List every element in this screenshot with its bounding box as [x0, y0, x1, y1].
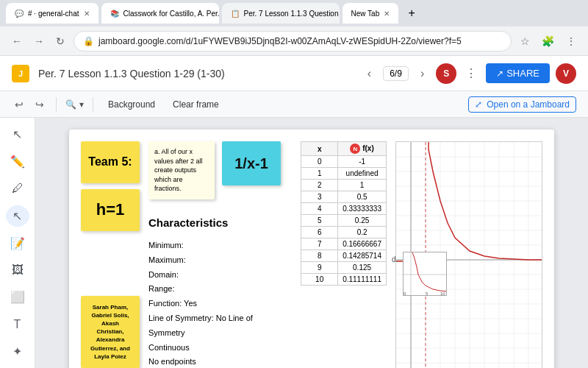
- table-cell-fx: 0.33333333: [338, 203, 387, 215]
- char-title: Characteristics: [148, 213, 289, 233]
- char-symmetry: Line of Symmetry: No Line of Symmetry: [148, 311, 289, 341]
- tab-close-1[interactable]: ✕: [84, 10, 90, 18]
- extensions-button[interactable]: 🧩: [539, 32, 557, 50]
- reload-button[interactable]: ↻: [53, 32, 68, 50]
- table-cell-x: 5: [301, 215, 338, 227]
- names-sticky[interactable]: Sarah Pham, Gabriel Solis, Akash Christi…: [81, 296, 140, 368]
- inset-graph-label: d.: [392, 255, 398, 263]
- table-row: 30.5: [301, 191, 387, 203]
- header-icons: S ⋮ ↗ SHARE V: [436, 63, 576, 84]
- marker-tool-icon[interactable]: 🖊: [6, 178, 29, 199]
- inset-graph: 0 5 10: [403, 252, 447, 296]
- new-tab-button[interactable]: +: [401, 3, 422, 24]
- separator-1: [56, 97, 57, 112]
- cursor-tool-icon[interactable]: ↖: [6, 205, 29, 227]
- svg-text:5: 5: [426, 291, 429, 296]
- table-cell-fx: 0.11111111: [338, 274, 387, 286]
- graph-section: d. 0 5 10: [395, 141, 542, 368]
- table-cell-x: 6: [301, 227, 338, 238]
- zoom-control[interactable]: 🔍 ▾: [65, 99, 84, 110]
- undo-button[interactable]: ↩: [12, 96, 26, 113]
- jamboard-frame: Team 5: h=1 Sarah Pham, Gabriel Solis, A…: [69, 130, 554, 368]
- table-cell-x: 7: [301, 238, 338, 250]
- characteristics-section: Characteristics Minimum: Maximum: Domain…: [148, 213, 289, 368]
- left-sidebar: ↖ ✏️ 🖊 ↖ 📝 🖼 ⬜ T ✦: [0, 118, 35, 368]
- shape-tool-icon[interactable]: ⬜: [6, 286, 29, 308]
- separator-2: [93, 97, 93, 112]
- table-row: 1undefined: [301, 168, 387, 180]
- char-maximum: Maximum:: [148, 253, 289, 268]
- next-page-button[interactable]: ›: [417, 64, 427, 83]
- bookmark-button[interactable]: ☆: [517, 32, 533, 50]
- address-bar[interactable]: 🔒 jamboard.google.com/d/1uFYWEVB9iJ5Djnq…: [74, 31, 512, 52]
- cream-note-sticky[interactable]: a. All of our x values after 2 all creat…: [148, 141, 215, 199]
- page-indicator: 6/9: [383, 66, 409, 81]
- svg-text:0: 0: [404, 291, 406, 296]
- browser-controls: ← → ↻ 🔒 jamboard.google.com/d/1uFYWEVB9i…: [0, 26, 588, 56]
- function-sticky[interactable]: 1/x-1: [222, 141, 281, 185]
- user-avatar-red: S: [436, 63, 456, 84]
- tab-newtab[interactable]: New Tab ✕: [343, 3, 399, 24]
- char-no-endpoints: No endpoints: [148, 355, 289, 368]
- tab-close-4[interactable]: ✕: [384, 10, 390, 18]
- table-row: 0-1: [301, 156, 387, 168]
- table-row: 60.2: [301, 227, 387, 238]
- table-row: 70.16666667: [301, 238, 387, 250]
- open-icon: ⤢: [475, 99, 482, 110]
- h-sticky[interactable]: h=1: [81, 189, 140, 231]
- text-tool-icon[interactable]: T: [6, 314, 29, 335]
- user-avatar-main: V: [556, 63, 576, 84]
- col-x-header: x: [301, 142, 338, 156]
- char-minimum: Minimum:: [148, 238, 289, 253]
- tab-classwork[interactable]: 📚 Classwork for Castillo, A. Per. 7 ✕: [101, 3, 219, 24]
- tab-lesson[interactable]: 📋 Per. 7 Lesson 1.1.3 Question 1-... ✕: [222, 3, 340, 24]
- data-table-section: x N f(x) 0-11undefined2130.540.333333335…: [301, 141, 387, 368]
- background-button[interactable]: Background: [102, 96, 161, 113]
- table-row: 40.33333333: [301, 203, 387, 215]
- app-header: J Per. 7 Lesson 1.1.3 Question 1-29 (1-3…: [0, 56, 588, 91]
- open-on-jamboard-button[interactable]: ⤢ Open on a Jamboard: [468, 96, 576, 113]
- left-column: Team 5: h=1 Sarah Pham, Gabriel Solis, A…: [81, 141, 140, 368]
- app-icon: J: [12, 65, 29, 82]
- main-area: ↖ ✏️ 🖊 ↖ 📝 🖼 ⬜ T ✦ Team 5: h=1 Sarah Pha…: [0, 118, 588, 368]
- col-fx-header: N f(x): [338, 142, 387, 156]
- share-button[interactable]: ↗ SHARE: [486, 63, 550, 83]
- select-tool-icon[interactable]: ↖: [6, 124, 29, 145]
- prev-page-button[interactable]: ‹: [365, 64, 374, 83]
- app-title: Per. 7 Lesson 1.1.3 Question 1-29 (1-30): [38, 68, 356, 79]
- forward-button[interactable]: →: [31, 32, 47, 50]
- table-cell-x: 2: [301, 180, 338, 191]
- char-continuous: Continuous: [148, 341, 289, 355]
- back-button[interactable]: ←: [9, 32, 25, 50]
- char-domain: Domain:: [148, 268, 289, 283]
- more-options-button[interactable]: ⋮: [462, 63, 480, 83]
- table-cell-fx: 0.25: [338, 215, 387, 227]
- char-range: Range:: [148, 282, 289, 297]
- table-row: 90.125: [301, 262, 387, 274]
- pen-tool-icon[interactable]: ✏️: [6, 151, 29, 172]
- table-cell-fx: 0.5: [338, 191, 387, 203]
- toolbar: ↩ ↪ 🔍 ▾ Background Clear frame ⤢ Open on…: [0, 91, 588, 118]
- table-row: 80.14285714: [301, 250, 387, 262]
- clear-frame-button[interactable]: Clear frame: [167, 96, 225, 113]
- tab-general-chat[interactable]: 💬 # · general-chat ✕: [6, 3, 98, 24]
- laser-tool-icon[interactable]: ✦: [6, 341, 29, 362]
- team-sticky[interactable]: Team 5:: [81, 141, 140, 183]
- share-icon: ↗: [496, 68, 503, 79]
- data-table: x N f(x) 0-11undefined2130.540.333333335…: [301, 141, 387, 286]
- table-cell-fx: 0.16666667: [338, 238, 387, 250]
- zoom-icon: 🔍: [65, 99, 76, 110]
- table-cell-x: 1: [301, 168, 338, 180]
- table-cell-fx: undefined: [338, 168, 387, 180]
- fx-icon: N: [350, 144, 360, 154]
- table-cell-x: 10: [301, 274, 338, 286]
- sticky-note-tool-icon[interactable]: 📝: [6, 233, 29, 254]
- table-row: 21: [301, 180, 387, 191]
- menu-button[interactable]: ⋮: [563, 32, 579, 50]
- canvas-area: Team 5: h=1 Sarah Pham, Gabriel Solis, A…: [35, 118, 588, 368]
- image-tool-icon[interactable]: 🖼: [6, 259, 29, 280]
- table-row: 50.25: [301, 215, 387, 227]
- table-cell-x: 8: [301, 250, 338, 262]
- table-cell-fx: 0.14285714: [338, 250, 387, 262]
- redo-button[interactable]: ↪: [32, 96, 47, 113]
